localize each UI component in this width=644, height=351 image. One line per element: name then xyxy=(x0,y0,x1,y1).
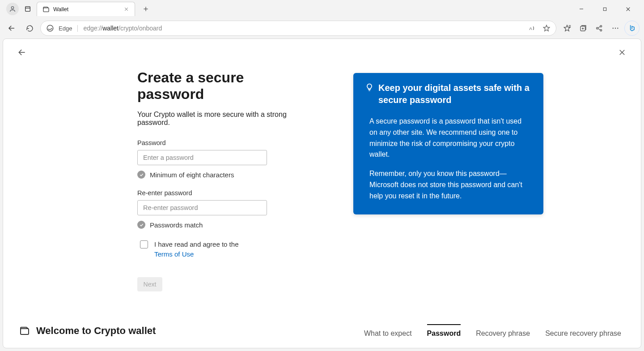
tip-card: Keep your digital assets safe with a sec… xyxy=(353,73,543,214)
tab-strip: Wallet xyxy=(0,0,644,18)
terms-checkbox[interactable] xyxy=(140,240,148,248)
new-tab-button[interactable] xyxy=(139,2,153,16)
window-controls xyxy=(572,2,640,16)
tip-paragraph-2: Remember, only you know this password—Mi… xyxy=(369,168,527,201)
more-button[interactable] xyxy=(608,21,623,35)
page-surface: Create a secure password Your Crypto wal… xyxy=(3,39,641,348)
browser-tab[interactable]: Wallet xyxy=(37,2,135,16)
footer-title: Welcome to Crypto wallet xyxy=(36,325,156,337)
share-button[interactable] xyxy=(592,21,606,35)
password-label: Password xyxy=(137,139,304,146)
terms-link[interactable]: Terms of Use xyxy=(154,250,194,258)
close-tab-button[interactable] xyxy=(122,5,130,13)
tab-title: Wallet xyxy=(53,6,68,13)
svg-marker-16 xyxy=(564,25,570,31)
svg-marker-15 xyxy=(543,25,550,31)
password-requirement-text: Minimum of eight characters xyxy=(150,171,234,179)
svg-text:A: A xyxy=(529,26,532,31)
collections-button[interactable] xyxy=(576,21,590,35)
maximize-button[interactable] xyxy=(595,2,614,16)
svg-rect-9 xyxy=(603,8,606,10)
svg-rect-3 xyxy=(43,8,49,12)
back-button[interactable] xyxy=(4,21,19,35)
wizard-step[interactable]: Secure recovery phrase xyxy=(545,324,621,338)
reenter-password-label: Re-enter password xyxy=(137,189,304,197)
password-input[interactable] xyxy=(137,150,267,165)
passwords-match-text: Passwords match xyxy=(150,221,203,229)
tip-title-text: Keep your digital assets safe with a sec… xyxy=(378,82,532,106)
tab-actions-icon[interactable] xyxy=(21,3,34,15)
svg-line-25 xyxy=(598,26,600,28)
lightbulb-icon xyxy=(365,83,374,106)
next-button[interactable]: Next xyxy=(137,277,162,291)
close-window-button[interactable] xyxy=(618,2,638,16)
svg-rect-1 xyxy=(25,7,30,12)
check-circle-icon xyxy=(137,171,145,179)
favorites-button[interactable] xyxy=(560,21,574,35)
svg-point-28 xyxy=(615,28,616,29)
bing-chat-button[interactable] xyxy=(624,21,640,36)
wizard-step[interactable]: Password xyxy=(427,324,461,338)
minimize-button[interactable] xyxy=(572,2,591,16)
reenter-password-input[interactable] xyxy=(137,200,267,215)
profile-avatar[interactable] xyxy=(6,3,19,15)
page-close-button[interactable] xyxy=(617,47,627,58)
page-subheading: Your Crypto wallet is more secure with a… xyxy=(137,111,304,127)
favorite-star-icon[interactable] xyxy=(542,24,551,32)
tip-paragraph-1: A secure password is a password that isn… xyxy=(369,116,527,160)
wallet-icon xyxy=(19,325,30,336)
edge-logo-icon xyxy=(46,24,54,32)
read-aloud-icon[interactable]: A xyxy=(528,24,536,32)
browser-toolbar: Edge edge://wallet/crypto/onboard A xyxy=(0,18,644,39)
svg-point-0 xyxy=(11,7,13,9)
wizard-step[interactable]: What to expect xyxy=(364,324,412,338)
wizard-footer: Welcome to Crypto wallet What to expectP… xyxy=(3,314,641,348)
svg-point-27 xyxy=(613,28,614,29)
svg-point-13 xyxy=(47,25,53,31)
address-bar[interactable]: Edge edge://wallet/crypto/onboard A xyxy=(40,21,556,36)
svg-line-26 xyxy=(598,29,600,30)
url-text: edge://wallet/crypto/onboard xyxy=(83,25,162,32)
svg-rect-33 xyxy=(21,329,29,334)
terms-text: I have read and agree to the Terms of Us… xyxy=(154,240,238,259)
svg-point-29 xyxy=(617,28,618,29)
check-circle-icon xyxy=(137,221,145,229)
page-heading: Create a secure password xyxy=(137,69,304,103)
wizard-step[interactable]: Recovery phrase xyxy=(476,324,530,338)
edge-label: Edge xyxy=(59,25,78,32)
wallet-icon xyxy=(42,6,50,13)
page-back-button[interactable] xyxy=(17,47,27,58)
refresh-button[interactable] xyxy=(22,21,37,35)
